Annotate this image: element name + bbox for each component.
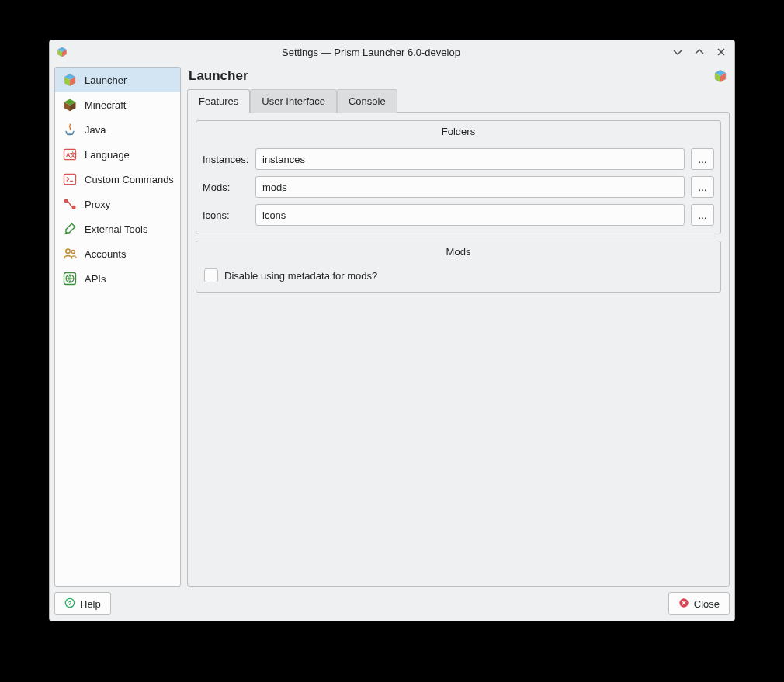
tab-console[interactable]: Console bbox=[337, 89, 397, 113]
help-icon: ? bbox=[64, 597, 75, 611]
sidebar-item-label: APIs bbox=[85, 273, 106, 285]
disable-metadata-label: Disable using metadata for mods? bbox=[224, 270, 377, 282]
instances-input[interactable] bbox=[255, 148, 685, 170]
folders-group: Folders Instances: ... Mods: bbox=[196, 120, 721, 234]
java-icon bbox=[61, 121, 78, 138]
settings-sidebar: Launcher Minecraft bbox=[54, 67, 181, 587]
help-button-label: Help bbox=[80, 598, 101, 610]
disable-metadata-row: Disable using metadata for mods? bbox=[203, 262, 714, 284]
ellipsis-icon: ... bbox=[699, 154, 707, 165]
sidebar-item-java[interactable]: Java bbox=[55, 117, 180, 142]
accounts-icon bbox=[61, 245, 78, 262]
help-button[interactable]: ? Help bbox=[54, 592, 111, 615]
window-title: Settings — Prism Launcher 6.0-develop bbox=[71, 47, 671, 58]
tab-label: Features bbox=[199, 95, 238, 107]
ellipsis-icon: ... bbox=[699, 182, 707, 193]
sidebar-item-minecraft[interactable]: Minecraft bbox=[55, 92, 180, 117]
main-panel: Launcher Features bbox=[187, 67, 730, 587]
svg-point-18 bbox=[71, 251, 75, 254]
mods-group: Mods Disable using metadata for mods? bbox=[196, 241, 721, 293]
settings-window: Settings — Prism Launcher 6.0-develop bbox=[49, 40, 735, 621]
icons-label: Icons: bbox=[203, 209, 249, 221]
language-icon: A 文 bbox=[61, 146, 78, 163]
svg-point-15 bbox=[64, 199, 68, 203]
instances-row: Instances: ... bbox=[203, 148, 714, 170]
tab-page-features: Folders Instances: ... Mods: bbox=[187, 112, 730, 587]
svg-point-17 bbox=[66, 249, 70, 253]
page-header: Launcher bbox=[187, 67, 730, 88]
instances-browse-button[interactable]: ... bbox=[691, 148, 714, 170]
sidebar-item-label: Language bbox=[85, 149, 130, 161]
page-title: Launcher bbox=[189, 68, 713, 84]
tab-strip: Features User Interface Console bbox=[187, 88, 730, 112]
sidebar-item-apis[interactable]: APIs bbox=[55, 266, 180, 291]
close-icon bbox=[678, 597, 689, 611]
client-area: Launcher Minecraft bbox=[50, 64, 734, 621]
sidebar-item-label: External Tools bbox=[85, 223, 147, 235]
sidebar-item-external-tools[interactable]: External Tools bbox=[55, 216, 180, 241]
prism-icon bbox=[61, 71, 78, 88]
disable-metadata-checkbox[interactable] bbox=[204, 268, 218, 282]
sidebar-item-label: Launcher bbox=[85, 74, 127, 86]
close-window-button[interactable] bbox=[714, 45, 728, 59]
sidebar-item-accounts[interactable]: Accounts bbox=[55, 241, 180, 266]
close-button[interactable]: Close bbox=[668, 592, 730, 615]
folders-legend: Folders bbox=[203, 123, 714, 142]
mods-label: Mods: bbox=[203, 182, 249, 193]
icons-browse-button[interactable]: ... bbox=[691, 204, 714, 226]
tab-user-interface[interactable]: User Interface bbox=[250, 89, 337, 113]
titlebar: Settings — Prism Launcher 6.0-develop bbox=[50, 40, 734, 64]
proxy-icon bbox=[61, 196, 78, 213]
app-icon bbox=[56, 46, 68, 58]
svg-text:?: ? bbox=[68, 599, 72, 606]
close-button-label: Close bbox=[694, 598, 720, 610]
terminal-icon bbox=[61, 171, 78, 188]
mods-input[interactable] bbox=[255, 176, 685, 198]
upper-area: Launcher Minecraft bbox=[54, 67, 730, 587]
svg-text:文: 文 bbox=[69, 151, 76, 158]
icons-row: Icons: ... bbox=[203, 204, 714, 226]
globe-icon bbox=[61, 270, 78, 287]
tab-label: User Interface bbox=[262, 95, 325, 107]
sidebar-item-custom-commands[interactable]: Custom Commands bbox=[55, 167, 180, 192]
sidebar-item-label: Minecraft bbox=[85, 99, 126, 111]
tab-features[interactable]: Features bbox=[187, 89, 250, 113]
window-controls bbox=[671, 45, 728, 59]
sidebar-item-language[interactable]: A 文 Language bbox=[55, 142, 180, 167]
icons-input[interactable] bbox=[255, 204, 685, 226]
dialog-footer: ? Help Close bbox=[54, 587, 730, 616]
mods-legend: Mods bbox=[203, 243, 714, 262]
svg-rect-14 bbox=[64, 174, 76, 184]
tab-label: Console bbox=[349, 95, 386, 107]
sidebar-item-proxy[interactable]: Proxy bbox=[55, 192, 180, 216]
minimize-button[interactable] bbox=[671, 45, 685, 59]
mods-row: Mods: ... bbox=[203, 176, 714, 198]
instances-label: Instances: bbox=[203, 154, 249, 165]
sidebar-item-label: Custom Commands bbox=[85, 174, 174, 185]
maximize-button[interactable] bbox=[692, 45, 706, 59]
grass-block-icon bbox=[61, 96, 78, 113]
mods-browse-button[interactable]: ... bbox=[691, 176, 714, 198]
sidebar-item-launcher[interactable]: Launcher bbox=[55, 68, 180, 92]
sidebar-item-label: Java bbox=[85, 124, 106, 136]
sidebar-item-label: Proxy bbox=[85, 199, 110, 210]
ellipsis-icon: ... bbox=[699, 209, 707, 221]
svg-point-16 bbox=[72, 206, 76, 209]
sidebar-item-label: Accounts bbox=[85, 248, 126, 260]
prism-logo-icon bbox=[713, 68, 728, 84]
external-tools-icon bbox=[61, 220, 78, 237]
